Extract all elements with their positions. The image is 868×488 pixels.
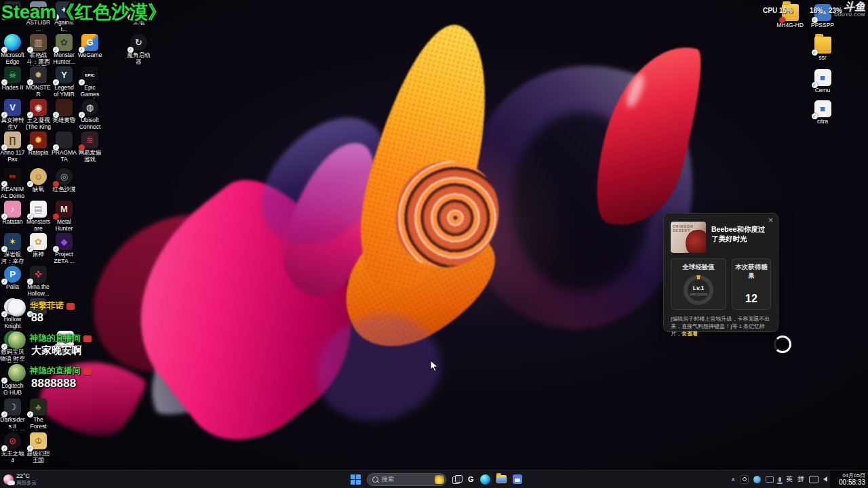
desktop-icon[interactable]: ✓3D	[26, 298, 51, 323]
desktop-icon[interactable]: ⊙✓无主之地4	[0, 432, 25, 464]
desktop-icon[interactable]: ◍✓Ubisoft Connect	[77, 99, 102, 130]
start-button[interactable]	[351, 474, 361, 485]
desktop-icon[interactable]: ▥✓霍格战斗：露西法的宝盒…	[26, 34, 51, 66]
app-icon: ✓	[56, 131, 73, 148]
clock[interactable]: 04月05日 00:58:33	[830, 470, 868, 488]
icon-label: 数码宝贝物语 时空异客	[0, 349, 25, 363]
desktop-icon[interactable]: ✓英雄黄昏	[52, 99, 77, 124]
time-label: 00:58:33	[839, 479, 865, 486]
desktop-icon[interactable]: P✓Palia	[0, 266, 25, 291]
icon-label: WeGame	[77, 52, 102, 59]
desktop-icon[interactable]: Y✓Legend of YMIR	[52, 66, 77, 98]
icon-label: Metal Hunter	[52, 219, 77, 232]
app-icon: G✓	[4, 365, 21, 382]
sync-badge-icon: ✓	[27, 79, 33, 85]
desktop-icon[interactable]: ■✓citra	[807, 100, 838, 125]
desktop-icon[interactable]: RE✓REANIMAL Demo	[0, 168, 25, 199]
weather-widget[interactable]: 22°C 局部多云	[3, 470, 37, 488]
sync-badge-icon: ✓	[79, 112, 85, 118]
app-icon: ♔✓	[30, 432, 47, 449]
microphone-tray-icon[interactable]	[778, 477, 781, 482]
sync-badge-icon: ✓	[812, 49, 818, 56]
desktop-icon[interactable]: ☠✓Hades II	[0, 66, 25, 92]
desktop-icon[interactable]: ◓✓数码宝贝物语 时空异客	[0, 331, 25, 363]
icon-label: Beebee	[53, 349, 78, 356]
desktop-icon[interactable]: ≋网易发癫游戏	[77, 131, 102, 163]
mouse-cursor	[430, 360, 438, 375]
app-glyph: ≋	[86, 136, 94, 144]
obs-tray-icon[interactable]	[740, 475, 749, 484]
app-glyph: ◎	[60, 172, 68, 181]
desktop-icon[interactable]: ✿✓Monster Hunter...	[52, 34, 77, 65]
desktop-icon[interactable]: ▤✓Monsters are Comin...	[26, 201, 51, 232]
desktop-icon[interactable]: ◉✓Beebee	[53, 331, 78, 356]
app-icon: ▥✓	[30, 34, 47, 51]
ime-indicator-pinyin[interactable]: 拼	[797, 474, 804, 484]
desktop-icon[interactable]: ◎红色沙漠	[52, 168, 77, 193]
desktop-icon[interactable]: V✓真女神转生V Venge...	[0, 99, 25, 131]
icon-label: The Forest Dedicate...	[26, 417, 51, 430]
desktop-icon[interactable]: ♪✓Ratatan	[0, 201, 25, 226]
volume-icon[interactable]	[823, 476, 827, 482]
tray-chevron-icon[interactable]: ∧	[731, 476, 735, 483]
sync-badge-icon: ✓	[1, 181, 7, 187]
app-glyph: V	[9, 103, 16, 112]
file-explorer-button[interactable]	[496, 475, 507, 483]
desktop-icon[interactable]: ◉✓王之凝视 (The King ..	[26, 99, 51, 131]
task-view-button[interactable]	[452, 475, 462, 483]
desktop-icon[interactable]: ◆✓Project ZETA ...	[52, 233, 77, 264]
app-icon: ✿✓	[56, 34, 73, 51]
store-button[interactable]	[513, 474, 522, 484]
icon-label: REANIMAL Demo	[0, 186, 25, 199]
app-icon: ◆✓	[56, 233, 73, 250]
ime-indicator-en[interactable]: 英	[786, 474, 793, 484]
app-icon: ✺✓	[30, 131, 47, 148]
view-link[interactable]: 去查看	[682, 331, 698, 337]
desktop-icon[interactable]: ✓Microsoft Edge	[0, 34, 25, 65]
search-input[interactable]: 搜索	[367, 473, 446, 486]
desktop-icon[interactable]: ☽✓Darksiders II Deathinitiv...	[0, 399, 25, 430]
game-session-popup: × CRIMSON DESERT Beebee和你度过了美好时光 全球经验值 L…	[663, 213, 778, 332]
desktop-icon[interactable]: ✶✓深岩银河：幸存者	[0, 233, 25, 265]
icon-label: 超级幻想王国 Super Fant...	[26, 451, 51, 464]
app-icon: V✓	[4, 99, 21, 116]
desktop-icon[interactable]: ♞✓Hollow Knight	[0, 298, 25, 329]
app-glyph: EPIC	[85, 73, 94, 77]
sync-badge-icon: ✓	[1, 411, 7, 418]
desktop-icon[interactable]: MMetal Hunter	[52, 201, 77, 232]
desktop-icon[interactable]: ✹✓MONSTER HUNTER...	[26, 66, 51, 98]
app-tray-icon[interactable]	[753, 476, 761, 483]
desktop-icon[interactable]: ☺✓缺氧	[26, 168, 51, 193]
desktop-icon[interactable]: ♔✓超级幻想王国 Super Fant...	[26, 432, 51, 464]
sync-badge-icon: ✓	[53, 144, 59, 150]
sync-badge-icon: ✓	[1, 378, 7, 384]
sync-badge-icon: ✓	[27, 311, 33, 317]
edge-browser-button[interactable]	[480, 474, 490, 485]
sync-badge-icon: ✓	[27, 112, 33, 118]
desktop-icon[interactable]: ✓ssr	[807, 37, 838, 62]
desktop-icon[interactable]: ✺✓Ratopia	[26, 131, 51, 157]
network-tray-icon[interactable]	[766, 476, 774, 483]
desktop-icon[interactable]: ♣✓The Forest Dedicate...	[26, 399, 51, 430]
desktop-icon[interactable]: ↻✓魔角启动器	[126, 34, 151, 65]
douyu-logo: 斗鱼	[834, 1, 865, 12]
desktop-icon[interactable]: G✓WeGame	[77, 34, 102, 59]
desktop-icon[interactable]: ■✓Cemu	[807, 69, 838, 94]
logitech-ghub-button[interactable]: G	[468, 475, 474, 483]
desktop-icon[interactable]: ✿✓原神	[26, 233, 51, 258]
app-icon: EPIC✓	[81, 66, 98, 83]
app-glyph: ✺	[35, 136, 42, 144]
desktop-icon[interactable]: ✓PRAGMATA SKETCHBO...	[52, 131, 77, 163]
icon-label: Ubisoft Connect	[77, 117, 102, 130]
touch-keyboard-icon[interactable]	[809, 476, 818, 483]
desktop-icon[interactable]: ∏✓Anno 117 Pax Romana	[0, 131, 25, 163]
desktop-icon[interactable]: G✓Logitech G HUB	[0, 365, 25, 396]
desktop-icon[interactable]: ✜✓Mina the Hollow...	[26, 266, 51, 297]
icon-label: 真女神转生V Venge...	[0, 117, 25, 131]
app-icon: ◍✓	[81, 99, 98, 116]
desktop-icon[interactable]: EPIC✓Epic Games Launcher	[77, 66, 102, 98]
close-icon[interactable]: ×	[768, 216, 773, 224]
hardware-stat: CPU 15%	[763, 7, 793, 14]
weather-texts: 22°C 局部多云	[16, 473, 37, 486]
xp-progress: 145/10000	[690, 292, 707, 296]
